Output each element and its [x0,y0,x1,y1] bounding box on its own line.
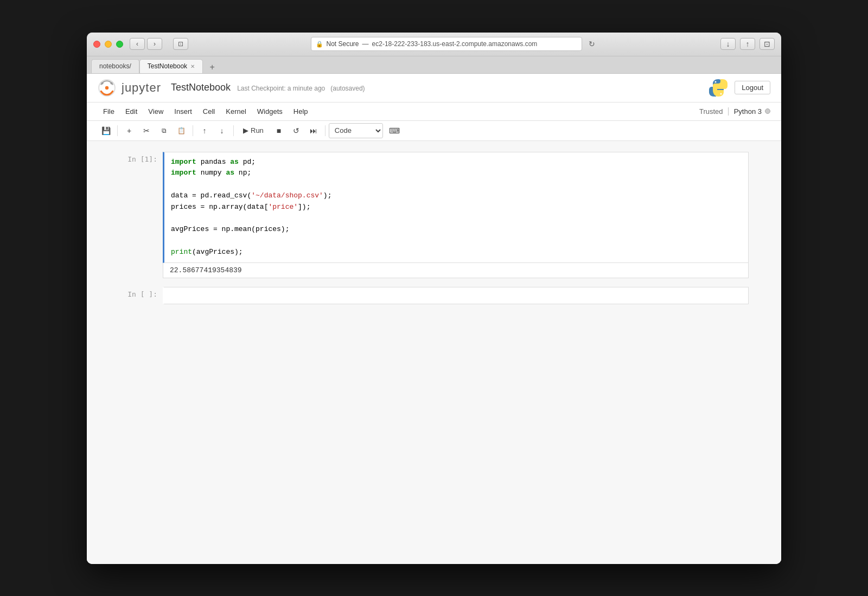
code-prices-close: ]); [298,203,310,211]
tab-notebooks[interactable]: notebooks/ [91,59,139,73]
code-line-3: data = pd.read_csv('~/data/shop.csv'); [171,190,742,202]
download-button[interactable]: ↓ [720,38,736,50]
save-button[interactable]: 💾 [98,123,114,138]
move-down-button[interactable]: ↓ [214,123,230,138]
code-line-5: avgPrices = np.mean(prices); [171,224,742,235]
back-button[interactable]: ‹ [130,38,145,50]
notebook-area: In [1]: import pandas as pd; import nump… [87,141,781,564]
menu-kernel[interactable]: Kernel [220,105,252,118]
menu-help[interactable]: Help [288,105,314,118]
cut-cell-button[interactable]: ✂ [138,123,155,138]
code-np: np; [239,169,251,177]
run-icon: ▶ [243,126,248,134]
svg-point-5 [720,93,722,94]
kw-as-2: as [226,169,234,177]
move-up-button[interactable]: ↑ [196,123,213,138]
share-button[interactable]: ↑ [740,38,755,50]
forward-button[interactable]: › [147,38,162,50]
jupyter-brand-text: jupyter [122,81,161,95]
notebook-title-area: TestNotebook Last Checkpoint: a minute a… [171,82,365,93]
kernel-label: Python 3 [734,107,762,116]
toolbar-divider-3 [233,125,234,136]
cut-icon: ✂ [143,126,150,135]
save-icon: 💾 [101,126,111,135]
toolbar-divider-4 [325,125,326,136]
cell-1-output: 22.58677419354839 [163,263,749,278]
url-security-label: Not Secure [327,40,359,48]
toolbar-divider-2 [193,125,193,136]
code-line-1: import pandas as pd; [171,157,742,168]
refresh-icon: ↻ [589,40,595,48]
tab-close-icon[interactable]: ✕ [190,63,195,69]
address-bar[interactable]: 🔒 Not Secure — ec2-18-222-233-183.us-eas… [311,37,582,51]
menu-insert[interactable]: Insert [169,105,197,118]
code-line-2: import numpy as np; [171,168,742,179]
tab-testnotebook-label: TestNotebook [148,62,187,70]
cell-1-input[interactable]: import pandas as pd; import numpy as np; [163,152,749,263]
address-bar-container: 🔒 Not Secure — ec2-18-222-233-183.us-eas… [188,37,720,51]
menu-widgets[interactable]: Widgets [252,105,288,118]
close-button[interactable] [93,41,100,48]
mac-window: ‹ › ⊡ 🔒 Not Secure — ec2-18-222-233-183.… [87,33,781,564]
new-tab-button[interactable]: + [205,61,219,73]
code-line-blank-1 [171,179,742,190]
cell-1: In [1]: import pandas as pd; import nump… [119,152,749,278]
url-text: ec2-18-222-233-183.us-east-2.compute.ama… [372,40,538,48]
logout-button[interactable]: Logout [735,81,770,94]
paste-cell-button[interactable]: 📋 [173,123,189,138]
output-value: 22.58677419354839 [170,266,242,274]
kw-import-1: import [171,158,196,166]
code-data-close: ); [323,191,332,200]
traffic-lights [93,41,123,48]
interrupt-button[interactable]: ■ [271,123,287,138]
svg-point-2 [101,82,103,84]
fullscreen-button[interactable]: ⊡ [760,38,775,50]
menu-file[interactable]: File [98,105,120,118]
cell-2-prompt: In [ ]: [119,287,163,298]
code-line-4: prices = np.array(data['price']); [171,202,742,213]
code-line-blank-2 [171,213,742,224]
interrupt-icon: ■ [277,126,281,135]
refresh-button[interactable]: ↻ [585,37,598,50]
cell-2-body [163,287,749,304]
trusted-badge[interactable]: Trusted [699,107,723,116]
menu-cell[interactable]: Cell [197,105,220,118]
code-line-6: print(avgPrices); [171,247,742,258]
menu-view[interactable]: View [143,105,169,118]
url-separator: — [362,40,369,48]
minimize-button[interactable] [105,41,112,48]
window-resize-button[interactable]: ⊡ [173,38,188,50]
add-cell-button[interactable]: + [121,123,137,138]
jupyter-content: jupyter TestNotebook Last Checkpoint: a … [87,74,781,564]
cell-2-input[interactable] [163,287,749,304]
tab-testnotebook[interactable]: TestNotebook ✕ [139,59,203,73]
copy-cell-button[interactable]: ⧉ [156,123,172,138]
svg-point-1 [105,86,108,89]
maximize-button[interactable] [116,41,123,48]
cell-1-body: import pandas as pd; import numpy as np; [163,152,749,278]
back-icon: ‹ [136,40,138,48]
menu-edit[interactable]: Edit [120,105,143,118]
autosaved-text: (autosaved) [330,85,365,92]
cell-type-select[interactable]: Code Markdown Raw NBConvert [329,123,383,138]
checkpoint-text: Last Checkpoint: a minute ago [237,85,325,92]
restart-run-button[interactable]: ⏭ [305,123,322,138]
nav-buttons: ‹ › [130,38,162,50]
run-label: Run [251,126,264,134]
code-print-fn: print [171,248,192,256]
code-pd: pd; [243,158,256,166]
jupyter-header-right: Logout [709,78,770,98]
tab-notebooks-label: notebooks/ [99,62,131,70]
move-up-icon: ↑ [203,126,207,135]
keyboard-shortcuts-button[interactable]: ⌨ [386,123,403,138]
title-bar: ‹ › ⊡ 🔒 Not Secure — ec2-18-222-233-183.… [87,33,781,56]
restart-button[interactable]: ↺ [288,123,304,138]
title-bar-actions: ↓ ↑ ⊡ [720,38,775,50]
fast-forward-icon: ⏭ [310,126,317,135]
paste-icon: 📋 [177,127,186,134]
run-button[interactable]: ▶ Run [237,124,270,137]
notebook-title[interactable]: TestNotebook [171,82,231,93]
python-logo-icon [709,78,728,98]
kernel-info: Python 3 [734,107,770,116]
code-pandas: pandas [201,158,231,166]
